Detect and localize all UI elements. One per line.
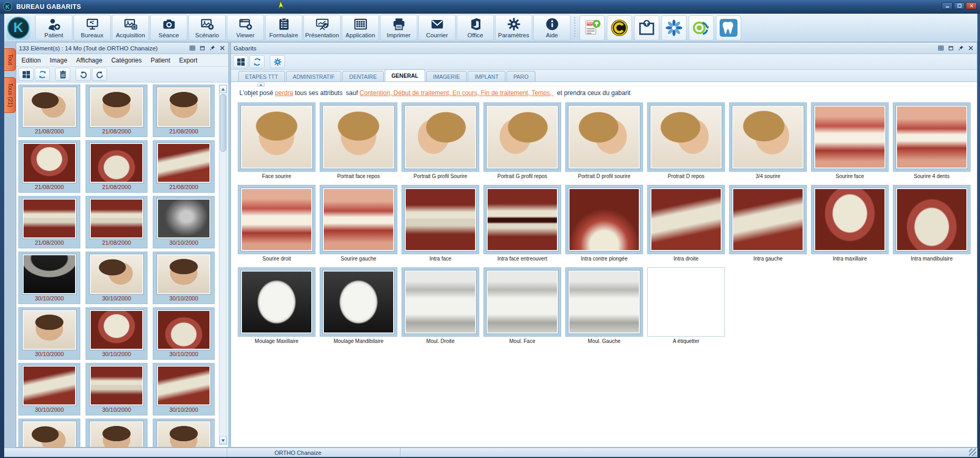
gabarit-photo-box[interactable] xyxy=(893,185,971,254)
toolbar-button-sc-nario[interactable]: Scénario xyxy=(188,15,226,40)
gabarit-photo-cast-grey[interactable] xyxy=(405,270,476,334)
thumbnail-item[interactable]: 30/10/2000 xyxy=(18,307,80,360)
gabarit-photo-cast-grey[interactable] xyxy=(487,270,558,334)
thumbnail-photo-intra[interactable] xyxy=(90,366,143,405)
scroll-up-button[interactable] xyxy=(219,85,227,93)
windows-button[interactable] xyxy=(233,55,248,68)
thumbnail-item[interactable]: 30/10/2000 xyxy=(153,252,215,304)
thumbnail-photo-intra-side[interactable] xyxy=(23,366,76,405)
left-scrollbar[interactable] xyxy=(219,85,227,445)
thumbnail-item[interactable]: 30/10/2000 xyxy=(86,363,147,415)
scroll-thumb[interactable] xyxy=(220,94,226,152)
cc-sync-button[interactable] xyxy=(689,15,714,40)
gabarit-item-moul-gauche[interactable]: Moul. Gauche xyxy=(565,267,643,344)
gabarit-item-portrait-g-profil-repos[interactable]: Portrait G profil repos xyxy=(483,102,561,179)
box-upload-button[interactable] xyxy=(634,15,659,40)
thumbnail-item[interactable]: 30/10/2000 xyxy=(18,252,80,304)
gabarit-photo-box[interactable] xyxy=(565,267,643,337)
gabarit-item-sourire-droit[interactable]: Sourire droit xyxy=(238,185,315,262)
thumbnail-item[interactable] xyxy=(18,419,80,447)
gabarit-item-intra-contre-plong-e[interactable]: Intra contre plongée xyxy=(565,185,643,262)
gabarit-photo-intra-side[interactable] xyxy=(732,188,804,251)
gabarit-photo-face34-b[interactable] xyxy=(732,106,804,169)
menu-patient[interactable]: Patient xyxy=(151,57,170,64)
panel-pin-button[interactable] xyxy=(208,45,216,51)
thumbnail-photo-occ-up[interactable] xyxy=(23,143,76,183)
menu-affichage[interactable]: Affichage xyxy=(76,57,102,64)
carestream-c-button[interactable] xyxy=(607,15,632,40)
gabarit-photo-box[interactable] xyxy=(647,185,725,254)
gabarit-photo-box[interactable] xyxy=(238,267,315,337)
minimize-button[interactable] xyxy=(942,2,953,9)
thumbnail-photo-face-d[interactable] xyxy=(23,310,76,350)
gabarit-photo-box[interactable] xyxy=(238,102,315,172)
gabarit-item-3-4-sourire[interactable]: 3/4 sourire xyxy=(729,102,807,179)
gabarit-photo-box[interactable] xyxy=(320,267,397,337)
notice-attribute-link[interactable]: Contention, Début de traitement, En cour… xyxy=(360,89,553,97)
gabarit-photo-intra-side[interactable] xyxy=(650,188,722,251)
toolbar-button-bureaux[interactable]: Bureaux xyxy=(73,15,111,40)
side-tab-tout[interactable]: Tout xyxy=(4,48,16,71)
thumbnail-item[interactable]: 30/10/2000 xyxy=(153,196,215,248)
gabarit-photo-smile4[interactable] xyxy=(323,188,394,251)
gabarit-photo-box[interactable] xyxy=(647,102,725,172)
rotate-right-button[interactable] xyxy=(92,68,107,81)
gabarit-photo-intra-open[interactable] xyxy=(487,188,558,251)
gabarit-item-moul-face[interactable]: Moul. Face xyxy=(483,267,561,344)
thumbnail-item[interactable]: 21/08/2000 xyxy=(18,85,80,137)
menu-edition[interactable]: Edition xyxy=(22,57,41,64)
thumbnail-photo-occ-up[interactable] xyxy=(90,310,143,350)
gabarit-photo-box[interactable] xyxy=(893,102,971,172)
gabarit-item-sourire-gauche[interactable]: Sourire gauche xyxy=(320,185,397,262)
gabarit-photo-box[interactable] xyxy=(647,267,725,337)
gabarit-photo-box[interactable] xyxy=(320,185,397,254)
gabarit-item-intra-face[interactable]: Intra face xyxy=(402,185,479,262)
gabarit-item-face-sourire[interactable]: Face sourire xyxy=(238,102,315,179)
gabarit-photo-box[interactable] xyxy=(811,185,889,254)
toolbar-button-pr-sentation[interactable]: Présentation xyxy=(303,15,341,40)
toolbar-button-param-tres[interactable]: Paramètres xyxy=(495,15,532,40)
trash-button[interactable] xyxy=(55,68,70,81)
gabarit-photo-intra[interactable] xyxy=(405,188,476,251)
gabarit-item-moul-droite[interactable]: Moul. Droite xyxy=(402,267,479,344)
thumbnail-item[interactable]: 30/10/2000 xyxy=(86,252,147,304)
toolbar-button-formulaire[interactable]: Formulaire xyxy=(265,15,302,40)
gabarit-photo-box[interactable] xyxy=(565,185,643,254)
thumbnail-photo-occ-low[interactable] xyxy=(157,310,210,350)
gabarit-photo-cast-dark[interactable] xyxy=(323,270,394,334)
toolbar-button-patient[interactable]: Patient xyxy=(35,15,72,40)
gabarit-item-portrait-face-repos[interactable]: Portrait face repos xyxy=(320,102,397,179)
thumbnail-item[interactable]: 21/08/2000 xyxy=(18,196,80,248)
thumbnail-photo-occ-low[interactable] xyxy=(90,143,143,183)
gabarit-item-sourire-4-dents[interactable]: Sourire 4 dents xyxy=(893,102,971,179)
gabarit-item-sourire-face[interactable]: Sourire face xyxy=(811,102,889,179)
thumbnail-photo-prof-d[interactable] xyxy=(23,87,76,127)
gabarit-photo-box[interactable] xyxy=(811,102,889,172)
thumbnail-item[interactable]: 30/10/2000 xyxy=(18,363,80,415)
thumbnail-photo-face-d[interactable] xyxy=(90,421,143,447)
toolbar-button-s-ance[interactable]: Séance xyxy=(150,15,187,40)
gabarit-photo-cast-dark[interactable] xyxy=(241,270,312,334)
thumbnail-item[interactable]: 21/08/2000 xyxy=(86,196,147,248)
toolbar-button-aide[interactable]: Aide xyxy=(533,15,571,40)
toolbar-button-courrier[interactable]: Courrier xyxy=(418,15,456,40)
gabarit-photo-box[interactable] xyxy=(402,102,479,172)
gabarit-photo-smile4[interactable] xyxy=(896,106,967,169)
panel-grid-button[interactable] xyxy=(937,45,944,51)
panel-restore-button[interactable] xyxy=(947,45,954,51)
scroll-track[interactable] xyxy=(219,93,227,436)
gabarit-item-intra-droite[interactable]: Intra droite xyxy=(647,185,725,262)
tooth-button[interactable] xyxy=(716,15,741,40)
gabarit-item-protrait-d-repos[interactable]: Protrait D repos xyxy=(647,102,725,179)
thumbnail-item[interactable] xyxy=(86,419,147,447)
thumbnail-photo-intra-side[interactable] xyxy=(157,143,210,183)
gabarit-photo-box[interactable] xyxy=(729,185,807,254)
gabarit-photo-box[interactable] xyxy=(729,102,807,172)
toolbar-button-viewer[interactable]: Viewer xyxy=(227,15,264,40)
gabarit-item-a-tiquetter[interactable]: A étiquetter xyxy=(647,267,725,344)
close-button[interactable] xyxy=(966,2,977,9)
thumbnail-photo-prof-d[interactable] xyxy=(23,421,76,447)
gabarit-photo-face-b[interactable] xyxy=(241,106,312,169)
gabarit-item-intra-maxillaire[interactable]: Intra maxillaire xyxy=(811,185,889,262)
gabarit-photo-smile[interactable] xyxy=(241,188,312,251)
